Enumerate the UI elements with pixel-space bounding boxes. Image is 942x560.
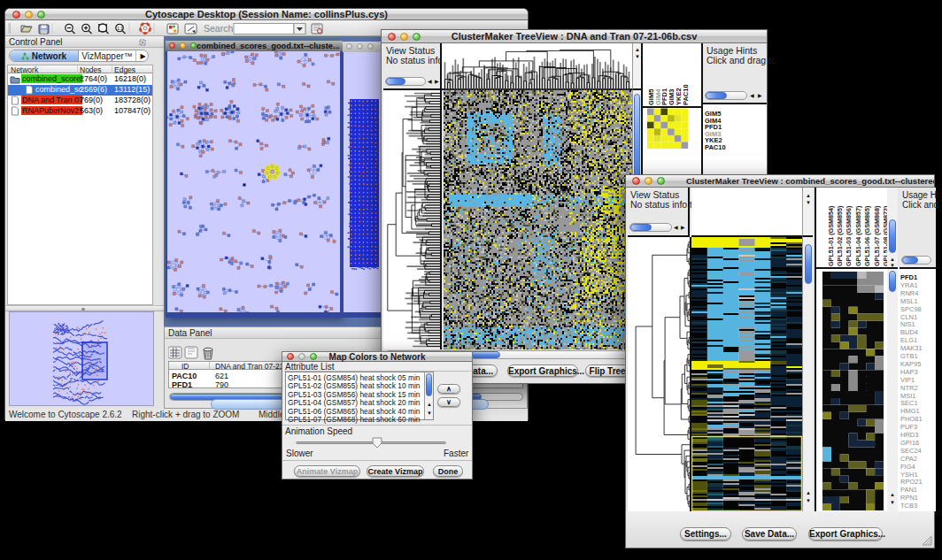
svg-text:Search:: Search:	[204, 23, 236, 34]
svg-text:1:1: 1:1	[117, 26, 123, 31]
